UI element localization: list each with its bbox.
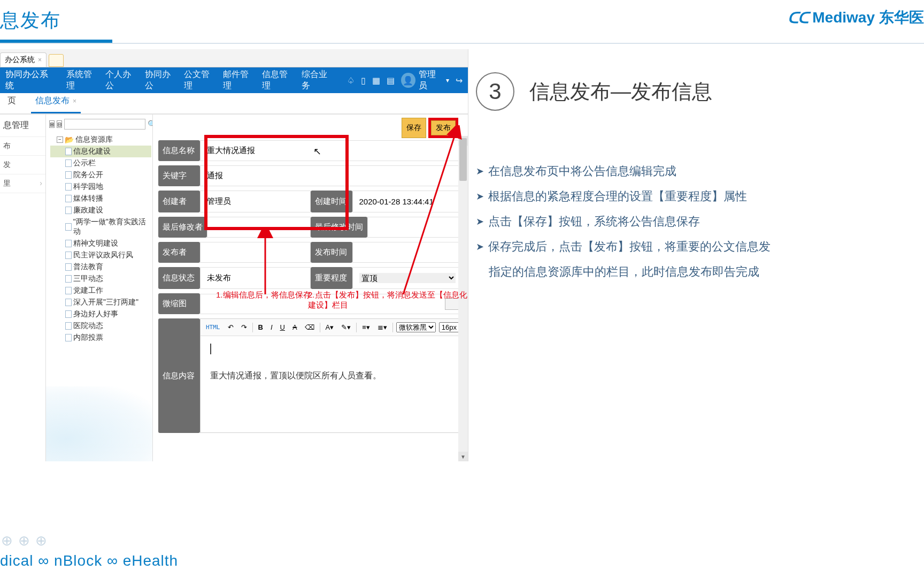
close-icon[interactable]: × — [73, 97, 76, 105]
accordion-item[interactable]: 发 — [0, 156, 45, 174]
search-icon[interactable]: 🔍 — [148, 120, 153, 128]
annotation-2: 2.点击【发布】按钮，将消息发送至【信息化建设】栏目 — [308, 290, 468, 310]
file-icon — [65, 310, 72, 318]
new-tab-button[interactable] — [49, 54, 64, 67]
undo-icon[interactable]: ↶ — [226, 322, 236, 332]
bg-color-icon[interactable]: ✎▾ — [339, 322, 353, 332]
file-icon — [65, 334, 72, 341]
label-thumbnail: 微缩图 — [158, 293, 200, 314]
clear-format-icon[interactable]: ⌫ — [303, 322, 317, 332]
label-modify-time: 最后修改时间 — [311, 217, 367, 238]
tree-root-label: 信息资源库 — [75, 135, 113, 144]
tree-item[interactable]: 三甲动态 — [50, 273, 151, 285]
tree-item[interactable]: 媒体转播 — [50, 193, 151, 204]
editor-content-area[interactable]: 重大情况通报，置顶以便院区所有人员查看。 — [201, 336, 468, 432]
strike-icon[interactable]: A — [290, 322, 299, 332]
nav-personal[interactable]: 个人办公 — [105, 69, 138, 92]
tree-item[interactable]: 深入开展"三打两建" — [50, 296, 151, 308]
file-icon — [65, 252, 72, 259]
bullet-arrow-icon: ➤ — [476, 164, 484, 180]
nav-biz[interactable]: 综合业务 — [302, 69, 334, 92]
user-menu[interactable]: 👤 管理员 ▾ — [401, 69, 449, 92]
calendar-icon[interactable]: ▦ — [372, 75, 380, 86]
publish-button[interactable]: 发布 — [431, 120, 456, 135]
underline-icon[interactable]: U — [278, 322, 287, 332]
footer-text: dical ∞ nBlock ∞ eHealth — [0, 552, 178, 569]
html-source-button[interactable]: HTML — [204, 323, 222, 332]
italic-icon[interactable]: I — [268, 322, 275, 332]
label-creator: 创建者 — [158, 191, 200, 212]
scrollbar-thumb[interactable] — [459, 138, 467, 181]
label-publish-time: 发布时间 — [311, 242, 352, 263]
tree-item[interactable]: 民主评议政风行风 — [50, 249, 151, 261]
tree-item[interactable]: 内部投票 — [50, 332, 151, 344]
collapse-all-icon[interactable]: ⊟ — [57, 120, 62, 128]
chevron-right-icon: › — [40, 179, 42, 187]
value-publish-time — [352, 242, 463, 263]
collapse-icon[interactable]: − — [57, 136, 63, 143]
nav-mail[interactable]: 邮件管理 — [223, 69, 256, 92]
accordion-item[interactable]: 布 — [0, 137, 45, 156]
logout-icon[interactable]: ↪ — [456, 75, 463, 86]
close-icon[interactable]: × — [38, 56, 42, 64]
browser-tab[interactable]: 办公系统 × — [0, 52, 47, 67]
footer-icon: ⊕ — [18, 533, 30, 549]
bullet-text: 点击【保存】按钮，系统将公告信息保存 — [488, 212, 775, 230]
tab-info-publish[interactable]: 信息发布 × — [31, 90, 81, 113]
nav-collab[interactable]: 协同办公 — [145, 69, 178, 92]
rich-text-editor: HTML ↶ ↷ B I U A ⌫ A▾ ✎▾ ≡▾ ≣ — [200, 318, 468, 433]
tree-item[interactable]: 医院动态 — [50, 320, 151, 332]
file-icon — [65, 263, 72, 271]
tree-search-input[interactable] — [64, 119, 145, 130]
tree-item[interactable]: 党建工作 — [50, 285, 151, 296]
font-color-icon[interactable]: A▾ — [324, 322, 336, 332]
nav-info[interactable]: 信息管理 — [262, 69, 295, 92]
tree-item[interactable]: 普法教育 — [50, 261, 151, 273]
font-family-select[interactable]: 微软雅黑 — [396, 322, 436, 332]
file-icon — [65, 322, 72, 330]
value-create-time: 2020-01-28 13:44:41 — [352, 191, 463, 212]
tree-item[interactable]: "两学一做"教育实践活动 — [50, 216, 151, 238]
accordion-item[interactable]: 里› — [0, 174, 45, 193]
doc-icon[interactable]: ▤ — [387, 75, 395, 86]
input-info-name[interactable] — [207, 146, 456, 155]
bell-icon[interactable]: ♤ — [347, 75, 355, 86]
editor-toolbar: HTML ↶ ↷ B I U A ⌫ A▾ ✎▾ ≡▾ ≣ — [201, 319, 468, 336]
select-priority[interactable]: 置顶 — [359, 273, 456, 283]
expand-all-icon[interactable]: ⊞ — [49, 120, 55, 128]
tree-item[interactable]: 身边好人好事 — [50, 308, 151, 320]
save-button[interactable]: 保存 — [402, 118, 426, 138]
tree-item[interactable]: 科学园地 — [50, 181, 151, 193]
tree-item-info-build[interactable]: 信息化建设 — [50, 146, 151, 157]
nav-docmgmt[interactable]: 公文管理 — [184, 69, 217, 92]
scroll-down-icon[interactable]: ▼ — [458, 452, 468, 461]
step-number-badge: 3 — [476, 72, 514, 111]
tab-home[interactable]: 页 — [3, 90, 20, 113]
tree-item[interactable]: 廉政建设 — [50, 204, 151, 216]
nav-system-mgmt[interactable]: 系统管理 — [66, 69, 99, 92]
ul-icon[interactable]: ≣▾ — [375, 322, 389, 332]
bullet-arrow-icon: ➤ — [476, 240, 484, 255]
bold-icon[interactable]: B — [256, 322, 265, 332]
value-modify-time — [367, 217, 463, 238]
file-icon — [65, 240, 72, 247]
bullet-text-cont: 指定的信息资源库中的栏目，此时信息发布即告完成 — [489, 263, 775, 280]
file-icon — [65, 171, 72, 179]
device-icon[interactable]: ▯ — [361, 75, 366, 86]
caret-down-icon: ▾ — [446, 77, 449, 84]
app-top-nav: 协同办公系统 系统管理 个人办公 协同办公 公文管理 邮件管理 信息管理 综合业… — [0, 67, 468, 93]
tree-item[interactable]: 精神文明建设 — [50, 238, 151, 249]
label-content: 信息内容 — [158, 318, 200, 433]
tree-item[interactable]: 院务公开 — [50, 169, 151, 181]
brand-text-en: Mediway — [812, 9, 875, 26]
highlight-box-publish: 发布 — [428, 118, 458, 138]
ol-icon[interactable]: ≡▾ — [360, 322, 372, 332]
value-status: 未发布 — [200, 267, 311, 289]
bullet-text: 保存完成后，点击【发布】按钮，将重要的公文信息发 — [488, 238, 775, 255]
tree-item[interactable]: 公示栏 — [50, 157, 151, 169]
bullet-text: 在信息发布页中将公告信息编辑完成 — [488, 162, 775, 180]
redo-icon[interactable]: ↷ — [239, 322, 249, 332]
tree-root-node[interactable]: − 📂 信息资源库 — [50, 134, 151, 146]
input-keyword[interactable] — [207, 171, 456, 180]
label-modifier: 最后修改者 — [158, 217, 207, 238]
